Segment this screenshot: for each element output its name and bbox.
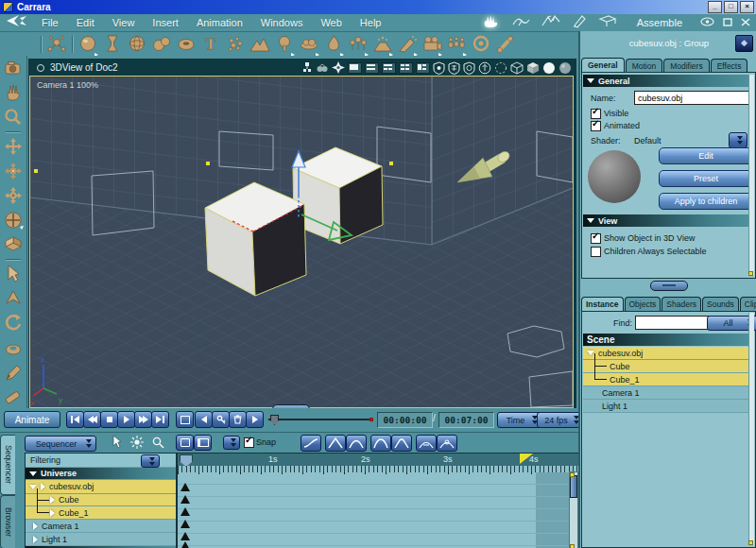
find-input[interactable]: [635, 316, 709, 330]
rewind-button[interactable]: [83, 411, 101, 428]
cube-1-object[interactable]: [293, 147, 383, 244]
text-icon[interactable]: T: [198, 33, 223, 56]
scale-tool-icon[interactable]: [3, 337, 24, 358]
tweener-linear-button[interactable]: [325, 435, 346, 452]
frame-rate-dropdown[interactable]: 24 fps: [537, 412, 584, 428]
menu-view[interactable]: View: [112, 17, 135, 28]
plane-tool-icon[interactable]: [3, 234, 24, 255]
keyframe-marker[interactable]: [180, 541, 190, 548]
vase-icon[interactable]: [100, 33, 125, 56]
show-object-checkbox[interactable]: ✓: [591, 233, 601, 244]
seq-frame-button[interactable]: [194, 435, 212, 451]
timeline-ruler[interactable]: 1s 2s 3s 4s: [178, 454, 578, 466]
time-slider-thumb[interactable]: [270, 415, 279, 425]
preview-wire-cube-icon[interactable]: [510, 61, 524, 75]
preview-textured-sphere-icon[interactable]: [558, 61, 572, 75]
menu-file[interactable]: File: [42, 17, 59, 28]
edit-button[interactable]: Edit: [659, 147, 753, 164]
tab-sequencer[interactable]: Sequencer: [0, 435, 15, 495]
scene-row-cube[interactable]: Cube: [583, 360, 754, 373]
tab-instance[interactable]: Instance: [581, 297, 624, 311]
time-mode-dropdown[interactable]: Time: [497, 412, 542, 428]
select-arrow-tool-icon[interactable]: [3, 264, 24, 284]
play-button[interactable]: [117, 411, 135, 428]
tab-general[interactable]: General: [581, 58, 625, 73]
tab-motion[interactable]: Motion: [626, 59, 663, 73]
sequencer-timeline[interactable]: 1s 2s 3s 4s: [176, 453, 579, 548]
minimize-button[interactable]: _: [708, 1, 722, 13]
tweener-bezier-button[interactable]: [301, 435, 321, 452]
preview-solid-cube-icon[interactable]: [526, 61, 540, 75]
sphere-icon[interactable]: [76, 33, 100, 56]
pencil-tool-icon[interactable]: [3, 362, 24, 383]
seq-options-dropdown[interactable]: [223, 436, 240, 450]
move-xz-tool-icon[interactable]: [3, 161, 24, 181]
timeline-scrollbar[interactable]: [569, 471, 578, 548]
scene-row-camera1[interactable]: Camera 1: [583, 386, 754, 400]
current-time-field[interactable]: 00:00:00: [377, 412, 433, 428]
shield-target-icon[interactable]: [463, 61, 475, 75]
tab-clips[interactable]: Clips: [740, 297, 756, 311]
menu-web[interactable]: Web: [320, 17, 341, 28]
viewport-menu-icon[interactable]: [37, 64, 44, 72]
layout-three-icon[interactable]: [382, 62, 396, 74]
storyboard-room-icon[interactable]: [540, 13, 562, 32]
tweener-ease-in-button[interactable]: [370, 435, 391, 452]
name-input[interactable]: cubesuv.obj: [634, 91, 753, 105]
general-section-header[interactable]: General: [583, 75, 749, 87]
eraser-tool-icon[interactable]: [3, 386, 24, 407]
menu-insert[interactable]: Insert: [152, 17, 179, 28]
tree-universe-header[interactable]: Universe: [26, 468, 177, 480]
menu-edit[interactable]: Edit: [77, 17, 94, 28]
animated-checkbox[interactable]: ✓: [591, 121, 601, 131]
layout-l-icon[interactable]: [416, 62, 430, 74]
scene-end-marker[interactable]: [520, 454, 533, 464]
next-key-button[interactable]: [246, 411, 264, 428]
metaball-icon[interactable]: [149, 33, 174, 56]
pan-hand-tool-icon[interactable]: [3, 82, 24, 103]
sequencer-mode-dropdown[interactable]: Sequencer: [25, 436, 96, 452]
delete-key-button[interactable]: [229, 411, 247, 428]
shader-dropdown[interactable]: [729, 132, 747, 148]
seq-fit-button[interactable]: [176, 435, 194, 451]
figures-icon[interactable]: [444, 33, 469, 56]
spray-icon[interactable]: [395, 33, 420, 56]
fast-forward-button[interactable]: [134, 411, 152, 428]
scene-row-light1[interactable]: Light 1: [583, 400, 754, 413]
instance-scrollbar[interactable]: [748, 313, 754, 545]
render-room-icon[interactable]: [596, 13, 619, 32]
torus-icon[interactable]: [174, 33, 198, 56]
menu-help[interactable]: Help: [360, 17, 382, 28]
menu-windows[interactable]: Windows: [261, 17, 303, 28]
tree-row-camera1[interactable]: Camera 1: [26, 520, 177, 533]
panel-close-icon[interactable]: [741, 18, 750, 28]
layout-single-icon[interactable]: [348, 62, 362, 74]
panel-maximize-icon[interactable]: [723, 18, 732, 28]
bone-icon[interactable]: [493, 33, 518, 56]
globe-icon[interactable]: [125, 33, 149, 56]
maximize-button[interactable]: □: [724, 1, 738, 13]
go-start-button[interactable]: [66, 411, 84, 428]
target-icon[interactable]: [469, 33, 493, 56]
seq-select-arrow-icon[interactable]: [110, 435, 123, 450]
filtering-dropdown[interactable]: [141, 454, 160, 468]
tab-effects[interactable]: Effects: [711, 59, 748, 73]
menu-animation[interactable]: Animation: [197, 17, 243, 28]
keyframe-marker[interactable]: [180, 532, 190, 540]
scene-row-cubesuv[interactable]: cubesuv.obj: [583, 347, 754, 360]
camera-tool-icon[interactable]: [3, 58, 24, 78]
assemble-room-icon[interactable]: [481, 13, 502, 32]
move-3d-tool-icon[interactable]: [3, 288, 24, 309]
tree-row-cube1[interactable]: Cube_1: [26, 506, 177, 520]
preview-shaded-sphere-icon[interactable]: [542, 61, 556, 75]
keyframe-marker[interactable]: [180, 495, 190, 504]
tab-objects[interactable]: Objects: [625, 297, 662, 311]
seq-render-icon[interactable]: [130, 436, 144, 449]
model-room-icon[interactable]: [510, 13, 531, 32]
link-constraint-icon[interactable]: [301, 61, 313, 74]
seq-zoom-icon[interactable]: [151, 436, 164, 449]
texture-room-icon[interactable]: [571, 13, 588, 32]
preset-button[interactable]: Preset: [659, 170, 753, 187]
zoom-tool-icon[interactable]: [3, 107, 24, 128]
particles-icon[interactable]: [223, 33, 248, 56]
